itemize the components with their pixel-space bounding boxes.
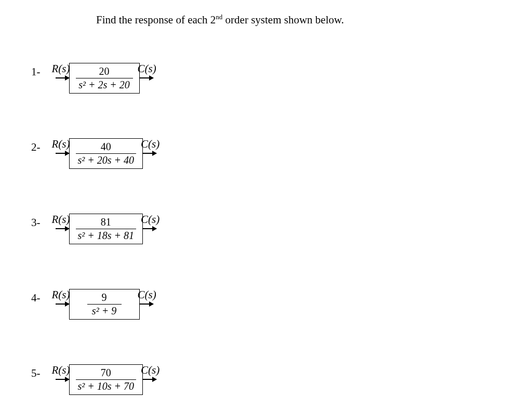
arrow-in-icon bbox=[56, 77, 69, 78]
system-1: 1- R(s) 20 s² + 2s + 20 C(s) bbox=[31, 62, 157, 94]
transfer-function-box: 81 s² + 18s + 81 bbox=[69, 214, 143, 244]
system-5: 5- R(s) 70 s² + 10s + 70 C(s) bbox=[31, 364, 161, 395]
arrow-out-icon bbox=[140, 77, 153, 78]
system-4: 4- R(s) 9 s² + 9 C(s) bbox=[31, 288, 157, 320]
input-signal: R(s) bbox=[52, 364, 70, 377]
arrow-in-icon bbox=[56, 379, 69, 380]
numerator: 20 bbox=[97, 65, 112, 78]
system-2: 2- R(s) 40 s² + 20s + 40 C(s) bbox=[31, 138, 161, 169]
input-signal: R(s) bbox=[52, 288, 70, 301]
title-sup: nd bbox=[216, 13, 222, 21]
denominator: s² + 10s + 70 bbox=[76, 380, 137, 392]
system-label: 1- bbox=[31, 65, 41, 78]
arrow-out-icon bbox=[143, 153, 156, 154]
numerator: 81 bbox=[99, 216, 113, 229]
input-signal: R(s) bbox=[52, 138, 70, 151]
output-signal: C(s) bbox=[138, 62, 156, 75]
transfer-function-box: 40 s² + 20s + 40 bbox=[69, 138, 143, 169]
system-label: 3- bbox=[31, 216, 41, 229]
numerator: 9 bbox=[100, 292, 109, 304]
arrow-out-icon bbox=[140, 304, 153, 305]
transfer-function-box: 70 s² + 10s + 70 bbox=[69, 364, 143, 395]
input-signal: R(s) bbox=[52, 213, 70, 226]
system-3: 3- R(s) 81 s² + 18s + 81 C(s) bbox=[31, 213, 161, 244]
denominator: s² + 18s + 81 bbox=[76, 229, 137, 242]
page-title: Find the response of each 2nd order syst… bbox=[96, 13, 344, 27]
denominator: s² + 2s + 20 bbox=[76, 78, 132, 91]
arrow-out-icon bbox=[143, 228, 156, 229]
arrow-in-icon bbox=[56, 304, 69, 305]
output-signal: C(s) bbox=[141, 213, 159, 226]
system-label: 4- bbox=[31, 292, 41, 305]
input-signal: R(s) bbox=[52, 62, 70, 75]
denominator: s² + 20s + 40 bbox=[76, 154, 137, 166]
denominator: s² + 9 bbox=[90, 305, 118, 317]
output-signal: C(s) bbox=[141, 138, 159, 151]
system-label: 5- bbox=[31, 367, 41, 380]
title-pre: Find the response of each 2 bbox=[96, 14, 216, 26]
title-post: order system shown below. bbox=[222, 14, 344, 26]
output-signal: C(s) bbox=[141, 364, 159, 377]
transfer-function-box: 9 s² + 9 bbox=[69, 289, 140, 320]
transfer-function-box: 20 s² + 2s + 20 bbox=[69, 63, 140, 94]
numerator: 40 bbox=[99, 141, 113, 153]
arrow-out-icon bbox=[143, 379, 156, 380]
numerator: 70 bbox=[99, 367, 113, 379]
system-label: 2- bbox=[31, 141, 41, 154]
output-signal: C(s) bbox=[138, 288, 156, 301]
arrow-in-icon bbox=[56, 153, 69, 154]
arrow-in-icon bbox=[56, 228, 69, 229]
